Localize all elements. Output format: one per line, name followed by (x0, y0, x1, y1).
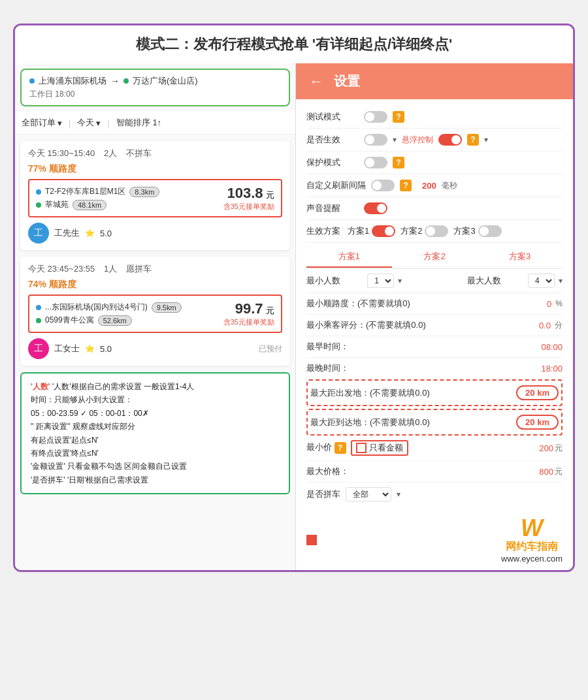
min-route-val: 0 (532, 299, 551, 309)
order-card-2: 今天 23:45~23:55 1人 愿拼车 74% 顺路度 ...东国际机场(国… (20, 257, 290, 366)
dest-row-1: 莘城苑 48.1km (36, 199, 223, 210)
right-panel: ← 设置 测试模式 ? 是否生效 ▾ 悬浮控制 (296, 63, 573, 570)
max-passengers-select[interactable]: 4123 (528, 274, 555, 288)
driver-rating-1: 5.0 (100, 229, 112, 238)
carpool-label: 是否拼车 (306, 488, 340, 500)
min-rating-label: 最小乘客评分：(不需要就填0.0) (306, 319, 527, 331)
scheme2-toggle[interactable] (425, 225, 448, 237)
scheme-option-2[interactable]: 方案2 (400, 225, 448, 237)
logo-url: www.eycen.com (501, 554, 563, 564)
price-section-1: 103.8 元 含35元接单奖励 (223, 185, 274, 212)
price-unit-1: 元 (266, 190, 274, 200)
stars-1: ⭐ (85, 229, 95, 238)
max-price-unit: 元 (555, 466, 563, 477)
min-rating-unit: 分 (555, 320, 563, 331)
price-section-2: 99.7 元 含35元接单奖励 (223, 300, 274, 327)
arrow-sep: ▾ (393, 135, 397, 144)
origin-km-2: 9.5km (152, 302, 182, 313)
protect-mode-toggle[interactable] (364, 157, 387, 168)
driver-name-1: 工先生 (54, 227, 80, 239)
stars-2: ⭐ (85, 344, 95, 353)
min-route-row: 最小顺路度：(不需要就填0) 0 % (306, 293, 563, 315)
only-amount-label: 只看金额 (369, 442, 403, 454)
scheme-option-1[interactable]: 方案1 (348, 225, 395, 237)
order-carpool-2: 愿拼车 (126, 264, 152, 274)
filter-today[interactable]: 今天 ▾ (77, 117, 101, 129)
tab-scheme2[interactable]: 方案2 (392, 247, 478, 268)
float-control-label: 悬浮控制 (402, 135, 433, 146)
order-time-2: 今天 23:45~23:55 (28, 264, 95, 274)
refresh-help[interactable]: ? (400, 180, 412, 191)
price-main-2: 99.7 (235, 300, 263, 317)
float-control-toggle[interactable] (438, 134, 462, 146)
filter-all-orders[interactable]: 全部订单 ▾ (22, 117, 62, 129)
earliest-time-val: 08:00 (541, 342, 563, 352)
note-line2: 时间：只能够从小到大设置： (31, 393, 280, 406)
sound-alert-row: 声音提醒 (306, 197, 563, 220)
effective-toggle[interactable] (364, 134, 387, 146)
max-dist-origin-row: 最大距出发地：(不需要就填0.0) 20 km (306, 379, 563, 406)
back-button[interactable]: ← (309, 73, 323, 90)
latest-time-row: 最晚时间： 18:00 (306, 358, 563, 379)
min-price-help[interactable]: ? (335, 442, 346, 454)
origin-km-1: 8.3km (129, 187, 159, 197)
avatar-1: 工 (28, 223, 49, 244)
earliest-time-row: 最早时间： 08:00 (306, 336, 563, 358)
scheme-selector: 生效方案 方案1 方案2 方案3 (306, 220, 563, 243)
float-arrow: ▾ (484, 135, 488, 144)
route-pct-2: 74% 顺路度 (28, 279, 282, 291)
float-help[interactable]: ? (467, 134, 479, 146)
min-route-unit: % (555, 299, 563, 308)
test-mode-row: 测试模式 ? (306, 106, 563, 129)
logo-watermark: W 网约车指南 www.eycen.com (501, 517, 563, 564)
dest-dot-1 (36, 202, 41, 208)
only-amount-checkbox[interactable] (356, 443, 367, 453)
min-passengers-label: 最小人数 (306, 275, 363, 287)
latest-time-val: 18:00 (541, 364, 563, 374)
sound-alert-toggle[interactable] (364, 202, 387, 214)
note-line3: 05：00-23.59 ✓ 05：00-01：00✗ (31, 407, 280, 420)
max-price-label: 最大价格： (306, 466, 539, 477)
dest-row-2: 0599青牛公寓 52.6km (36, 315, 223, 326)
driver-name-2: 工女士 (54, 343, 80, 355)
dest-km-1: 48.1km (73, 200, 106, 210)
dest-dot-2 (36, 318, 41, 323)
scheme-option-3[interactable]: 方案3 (453, 225, 501, 237)
price-unit-2: 元 (266, 306, 274, 315)
protect-mode-row: 保护模式 ? (306, 151, 563, 174)
order-meta-2: 今天 23:45~23:55 1人 愿拼车 (28, 263, 282, 275)
tab-scheme3[interactable]: 方案3 (477, 247, 563, 268)
scheme-tabs: 方案1 方案2 方案3 (306, 247, 563, 269)
test-mode-help[interactable]: ? (393, 111, 404, 123)
order-time-1: 今天 15:30~15:40 (28, 148, 95, 158)
min-passengers-select[interactable]: 1234 (367, 274, 394, 288)
tab-scheme1[interactable]: 方案1 (306, 247, 392, 268)
latest-time-label: 最晚时间： (306, 362, 537, 374)
refresh-toggle[interactable] (371, 180, 395, 191)
note-line8: '是否拼车' '日期'根据自己需求设置 (31, 473, 280, 486)
order-carpool-1: 不拼车 (126, 148, 152, 158)
left-panel: 上海浦东国际机场 → 万达广场(金山店) 工作日 18:00 全部订单 ▾ | (15, 63, 296, 570)
route-detail-2: ...东国际机场(国内到达4号门) 9.5km 0599青牛公寓 52.6km (28, 294, 282, 333)
settings-title: 设置 (334, 72, 360, 90)
bottom-checkbox[interactable] (306, 535, 317, 545)
max-dist-dest-label: 最大距到达地：(不需要就填0.0) (310, 417, 512, 428)
origin-dot (29, 78, 35, 84)
test-mode-toggle[interactable] (364, 111, 387, 123)
driver-info-1: 工 工先生 ⭐ 5.0 (28, 223, 282, 244)
protect-help[interactable]: ? (393, 157, 404, 168)
route-time: 工作日 18:00 (29, 89, 281, 100)
driver-rating-2: 5.0 (100, 344, 112, 354)
carpool-select[interactable]: 全部拼车不拼车 (346, 487, 391, 501)
refresh-interval-label: 自定义刷新间隔 (306, 180, 366, 191)
max-dist-dest-row: 最大距到达地：(不需要就填0.0) 20 km (306, 409, 563, 436)
origin-dot-2 (36, 305, 41, 310)
filter-smart-sort[interactable]: 智能排序 1↑ (116, 117, 161, 129)
effective-row: 是否生效 ▾ 悬浮控制 ? ▾ (306, 129, 563, 151)
route-points-2: ...东国际机场(国内到达4号门) 9.5km 0599青牛公寓 52.6km (36, 300, 223, 328)
dest-point-2: 0599青牛公寓 (45, 315, 94, 326)
already-paid-badge: 已预付 (259, 343, 282, 355)
note-line7: '金额设置' 只看金额不勾选 区间金额自己设置 (31, 460, 280, 473)
scheme3-toggle[interactable] (478, 225, 502, 237)
scheme1-toggle[interactable] (372, 225, 395, 237)
